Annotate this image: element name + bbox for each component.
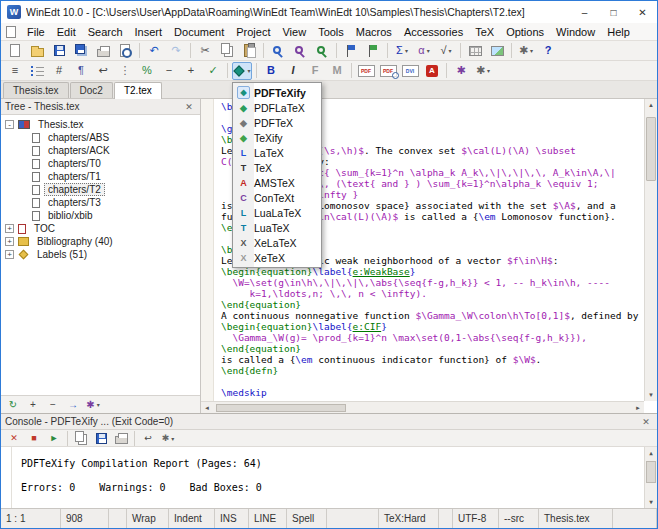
menu-insert[interactable]: Insert xyxy=(129,25,169,39)
texify-compile-button[interactable]: ▾ xyxy=(232,62,252,80)
tree-item-chapters-t2[interactable]: chapters/T2 xyxy=(1,183,200,196)
bold-button[interactable]: B xyxy=(261,62,281,80)
print-button[interactable] xyxy=(93,42,113,60)
bullet-list-button[interactable] xyxy=(27,62,47,80)
editor-line[interactable]: \W=\set(g\in\h\,\|\,\|\,\abs{\seq{f-g,h_… xyxy=(221,277,644,288)
tree-goto-button[interactable]: → xyxy=(64,397,82,413)
wrap-mode-cell[interactable]: Wrap xyxy=(127,509,169,528)
editor-vscrollbar[interactable]: ▲ ▼ xyxy=(644,99,657,401)
tree-options-button[interactable]: ✱▾ xyxy=(84,397,102,413)
tex-menu-item-tex[interactable]: TTeX xyxy=(233,160,321,175)
gutter-toggle-button[interactable]: ⋮ xyxy=(115,62,135,80)
insert-math-button[interactable]: Σ▾ xyxy=(392,42,412,60)
menu-accessories[interactable]: Accessories xyxy=(398,25,469,39)
line-mode-cell[interactable]: LINE xyxy=(249,509,287,528)
tree-expander-icon[interactable]: + xyxy=(5,250,14,259)
tex-menu-item-xetex[interactable]: XXeTeX xyxy=(233,250,321,265)
active-project-cell[interactable]: Thesis.tex xyxy=(539,509,613,528)
tree-options-dropdown-arrow-icon[interactable]: ▾ xyxy=(97,401,100,408)
tree-expand-all-button[interactable]: + xyxy=(24,397,42,413)
console-print-button[interactable] xyxy=(112,431,130,446)
scroll-down-arrow-icon[interactable]: ▼ xyxy=(645,389,657,401)
menu-tools[interactable]: Tools xyxy=(312,25,350,39)
scroll-right-arrow-icon[interactable]: ► xyxy=(632,405,644,411)
console-vscrollbar[interactable]: ▲ ▼ xyxy=(644,447,657,508)
close-button[interactable]: ✕ xyxy=(628,1,657,23)
tree-item-chapters-abs[interactable]: chapters/ABS xyxy=(1,131,200,144)
menu-options[interactable]: Options xyxy=(500,25,550,39)
tree-item-labels-51[interactable]: +Labels (51) xyxy=(1,248,200,261)
print-preview-button[interactable] xyxy=(115,42,135,60)
tree-item-biblio-xbib[interactable]: biblio/xbib xyxy=(1,209,200,222)
tex-menu-item-luatex[interactable]: TLuaTeX xyxy=(233,220,321,235)
copy-button[interactable] xyxy=(217,42,237,60)
menu-file[interactable]: File xyxy=(21,25,51,39)
fold-button[interactable]: − xyxy=(159,62,179,80)
console-vscroll-thumb[interactable] xyxy=(646,461,656,483)
spell-mode-cell[interactable]: Spell xyxy=(287,509,327,528)
tree-item-chapters-t3[interactable]: chapters/T3 xyxy=(1,196,200,209)
editor-vscroll-thumb[interactable] xyxy=(646,117,656,181)
unfold-button[interactable]: + xyxy=(181,62,201,80)
line-count-cell[interactable]: 908 xyxy=(61,509,109,528)
options-dropdown-arrow-icon[interactable]: ▾ xyxy=(530,47,533,54)
insert-math-dropdown-arrow-icon[interactable]: ▾ xyxy=(405,47,408,54)
find-button[interactable] xyxy=(268,42,288,60)
math-mode-button[interactable]: M xyxy=(327,62,347,80)
greek-symbols-button[interactable]: α▾ xyxy=(414,42,434,60)
tex-menu-item-context[interactable]: CConTeXt xyxy=(233,190,321,205)
tree-item-toc[interactable]: +TOC xyxy=(1,222,200,235)
greek-symbols-dropdown-arrow-icon[interactable]: ▾ xyxy=(427,47,430,54)
src-specials-cell[interactable]: --src xyxy=(499,509,539,528)
cut-button[interactable]: ✂ xyxy=(195,42,215,60)
options-button[interactable]: ✱▾ xyxy=(516,42,536,60)
caret-position-cell[interactable]: 1 : 1 xyxy=(1,509,61,528)
editor-line[interactable]: \end{defn} xyxy=(221,365,644,376)
adobe-reader-button[interactable]: A xyxy=(422,62,442,80)
font-button[interactable]: F xyxy=(305,62,325,80)
console-copy-button[interactable] xyxy=(72,431,90,446)
console-options-button[interactable]: ✱▾ xyxy=(159,431,177,446)
spell-check-button[interactable]: ✓ xyxy=(203,62,223,80)
console-run-button[interactable]: ► xyxy=(45,431,63,446)
console-wrap-button[interactable]: ↩ xyxy=(139,431,157,446)
find-in-files-button[interactable] xyxy=(312,42,332,60)
scroll-left-arrow-icon[interactable]: ◄ xyxy=(201,405,213,411)
editor-line[interactable]: A continuous nonnegative function $\Gamm… xyxy=(221,310,644,321)
tex-menu-item-latex[interactable]: LLaTeX xyxy=(233,145,321,160)
next-bookmark-button[interactable] xyxy=(363,42,383,60)
encoding-cell[interactable]: UTF-8 xyxy=(453,509,499,528)
menu-tex[interactable]: TeX xyxy=(469,25,500,39)
menu-macros[interactable]: Macros xyxy=(350,25,398,39)
toggle-bookmark-button[interactable] xyxy=(341,42,361,60)
tex-menu-item-pdftexify[interactable]: ◆PDFTeXify xyxy=(233,85,321,100)
insert-image-button[interactable] xyxy=(487,42,507,60)
insert-table-button[interactable] xyxy=(465,42,485,60)
console-save-button[interactable] xyxy=(92,431,110,446)
tree-item-chapters-t1[interactable]: chapters/T1 xyxy=(1,170,200,183)
console-options-dropdown-arrow-icon[interactable]: ▾ xyxy=(171,435,174,442)
tree-expander-icon[interactable]: + xyxy=(5,237,14,246)
tex-menu-item-pdflatex[interactable]: ◆PDFLaTeX xyxy=(233,100,321,115)
console-scroll-up-icon[interactable]: ▲ xyxy=(645,447,657,459)
console-stop-button[interactable]: ■ xyxy=(25,431,43,446)
tree-collapse-all-button[interactable]: − xyxy=(44,397,62,413)
editor-hscrollbar[interactable]: ◄ ► xyxy=(201,401,644,413)
editor-line[interactable]: is called a {\em continuous indicator fu… xyxy=(221,354,644,365)
tree-refresh-button[interactable]: ↻ xyxy=(4,397,22,413)
tree-item-bibliography-40[interactable]: +Bibliography (40) xyxy=(1,235,200,248)
tree-item-chapters-ack[interactable]: chapters/ACK xyxy=(1,144,200,157)
menu-document[interactable]: Document xyxy=(168,25,230,39)
menu-help[interactable]: Help xyxy=(601,25,636,39)
menu-window[interactable]: Window xyxy=(550,25,601,39)
redo-button[interactable]: ↷ xyxy=(166,42,186,60)
editor-line[interactable]: \end{equation} xyxy=(221,343,644,354)
math-templates-button[interactable]: √▾ xyxy=(436,42,456,60)
console-close-x-button[interactable]: ✕ xyxy=(639,417,653,427)
tex-menu-item-xelatex[interactable]: XXeLaTeX xyxy=(233,235,321,250)
winedt-app-icon[interactable]: W xyxy=(7,5,21,19)
tree-expander-icon[interactable]: + xyxy=(5,224,14,233)
tree-item-thesis-tex[interactable]: -Thesis.tex xyxy=(1,118,200,131)
document-system-menu-icon[interactable] xyxy=(6,26,16,38)
paste-button[interactable] xyxy=(239,42,259,60)
